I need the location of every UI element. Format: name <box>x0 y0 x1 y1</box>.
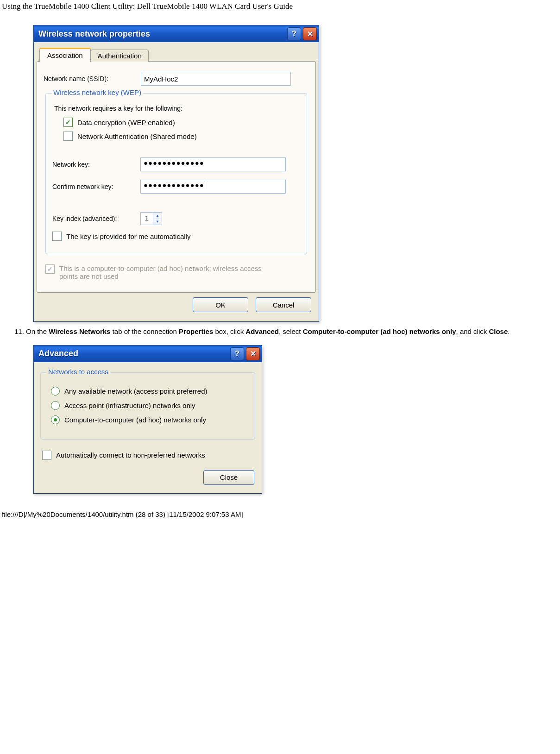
radio-any-network[interactable] <box>51 387 60 396</box>
close-button[interactable]: Close <box>203 470 254 485</box>
spinner-up-icon[interactable]: ▲ <box>153 213 162 219</box>
network-key-input[interactable]: ●●●●●●●●●●●●● <box>140 157 286 171</box>
radio-adhoc-only-label: Computer-to-computer (ad hoc) networks o… <box>64 416 206 424</box>
page-title: Using the TrueMobile 1400 Client Utility… <box>2 2 559 11</box>
help-icon[interactable]: ? <box>287 27 301 40</box>
key-index-spinner[interactable]: 1 ▲ ▼ <box>140 212 162 225</box>
close-icon[interactable]: ✕ <box>246 347 260 360</box>
networks-access-legend: Networks to access <box>46 368 110 376</box>
wep-intro-text: This network requires a key for the foll… <box>54 105 300 112</box>
wireless-properties-dialog: Wireless network properties ? ✕ Associat… <box>33 25 319 322</box>
ssid-label: Network name (SSID): <box>44 75 141 82</box>
network-auth-label: Network Authentication (Shared mode) <box>77 132 197 140</box>
radio-access-point-only-label: Access point (infrastructure) networks o… <box>64 402 195 409</box>
network-auth-checkbox[interactable] <box>63 132 73 141</box>
confirm-key-input[interactable]: ●●●●●●●●●●●●● <box>140 180 286 194</box>
spinner-down-icon[interactable]: ▼ <box>153 219 162 225</box>
close-icon[interactable]: ✕ <box>303 27 317 40</box>
auto-key-label: The key is provided for me automatically <box>66 232 190 240</box>
auto-connect-label: Automatically connect to non-preferred n… <box>56 451 205 459</box>
key-index-label: Key index (advanced): <box>52 215 140 222</box>
wep-legend: Wireless network key (WEP) <box>51 88 143 96</box>
key-index-value: 1 <box>141 213 153 225</box>
tab-panel-association: Network name (SSID): Wireless network ke… <box>37 61 316 293</box>
ssid-input[interactable] <box>141 72 291 86</box>
tab-association[interactable]: Association <box>39 48 91 62</box>
help-icon[interactable]: ? <box>230 347 244 360</box>
adhoc-checkbox: ✓ <box>45 264 55 274</box>
auto-connect-checkbox[interactable] <box>42 451 51 460</box>
titlebar-text: Wireless network properties <box>38 29 287 39</box>
radio-access-point-only[interactable] <box>51 401 60 410</box>
confirm-key-label: Confirm network key: <box>52 183 140 190</box>
ok-button[interactable]: OK <box>193 297 248 312</box>
advanced-dialog: Advanced ? ✕ Networks to access Any avai… <box>33 345 262 494</box>
tab-authentication[interactable]: Authentication <box>91 50 149 62</box>
radio-adhoc-only[interactable] <box>51 415 60 424</box>
data-encryption-checkbox[interactable]: ✓ <box>63 118 73 127</box>
cancel-button[interactable]: Cancel <box>256 297 311 312</box>
titlebar[interactable]: Wireless network properties ? ✕ <box>34 25 319 42</box>
adhoc-label: This is a computer-to-computer (ad hoc) … <box>59 264 282 280</box>
radio-any-network-label: Any available network (access point pref… <box>64 387 207 395</box>
network-key-label: Network key: <box>52 161 140 168</box>
wep-groupbox: Wireless network key (WEP) This network … <box>45 93 307 254</box>
titlebar-advanced-text: Advanced <box>38 349 230 358</box>
page-footer-path: file:///D|/My%20Documents/1400/utility.h… <box>2 510 559 518</box>
auto-key-checkbox[interactable] <box>52 232 62 241</box>
titlebar-advanced[interactable]: Advanced ? ✕ <box>34 346 262 362</box>
data-encryption-label: Data encryption (WEP enabled) <box>77 119 175 126</box>
tab-bar: Association Authentication <box>37 47 316 62</box>
instruction-step-11: On the Wireless Networks tab of the conn… <box>26 327 559 337</box>
